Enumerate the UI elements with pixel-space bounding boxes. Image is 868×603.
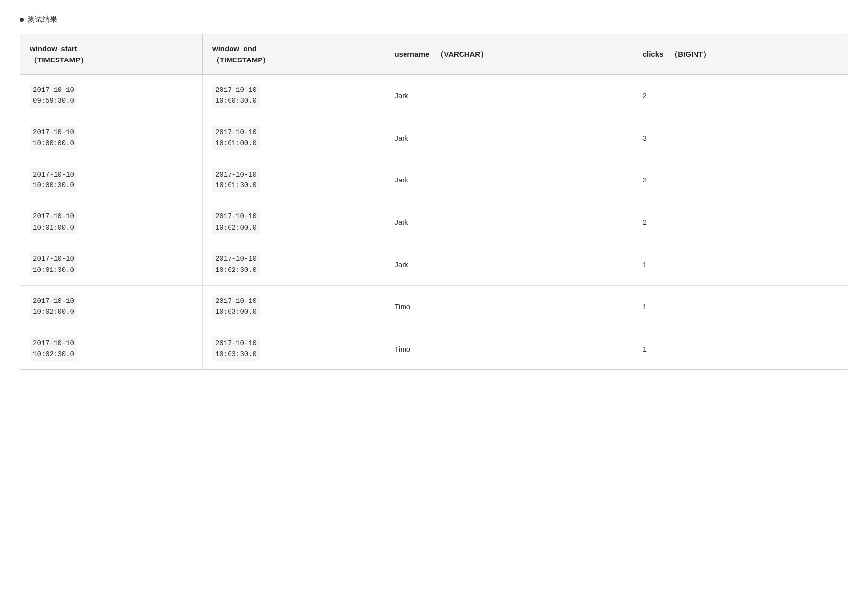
table-row: 2017-10-1010:02:00.02017-10-1010:03:00.0… (20, 285, 848, 328)
bullet-icon (20, 18, 24, 22)
cell-username: Jark (384, 201, 633, 243)
results-table-wrapper: window_start（TIMESTAMP） window_end（TIMES… (20, 34, 848, 370)
results-table: window_start（TIMESTAMP） window_end（TIMES… (20, 34, 848, 369)
cell-username: Timo (384, 328, 633, 369)
cell-window-end: 2017-10-1010:01:00.0 (202, 117, 384, 159)
cell-username: Jark (384, 159, 633, 201)
cell-username: Timo (384, 285, 633, 328)
table-header-row: window_start（TIMESTAMP） window_end（TIMES… (20, 34, 848, 75)
col-header-window-start: window_start（TIMESTAMP） (20, 34, 202, 75)
cell-username: Jark (384, 117, 633, 159)
table-row: 2017-10-1010:00:30.02017-10-1010:01:30.0… (20, 159, 848, 201)
cell-clicks: 1 (633, 285, 848, 328)
cell-username: Jark (384, 75, 633, 117)
cell-window-start: 2017-10-1010:02:00.0 (20, 285, 202, 328)
cell-clicks: 2 (633, 75, 848, 117)
cell-window-end: 2017-10-1010:02:00.0 (202, 201, 384, 243)
table-row: 2017-10-1009:59:30.02017-10-1010:00:30.0… (20, 75, 848, 117)
cell-clicks: 2 (633, 201, 848, 243)
cell-window-start: 2017-10-1010:02:30.0 (20, 328, 202, 369)
cell-window-end: 2017-10-1010:02:30.0 (202, 243, 384, 286)
col-header-window-end: window_end（TIMESTAMP） (202, 34, 384, 75)
table-row: 2017-10-1010:01:00.02017-10-1010:02:00.0… (20, 201, 848, 243)
section-title-text: 测试结果 (28, 15, 57, 24)
cell-window-end: 2017-10-1010:03:30.0 (202, 328, 384, 369)
cell-clicks: 1 (633, 328, 848, 369)
col-header-username: username （VARCHAR） (384, 34, 633, 75)
table-row: 2017-10-1010:02:30.02017-10-1010:03:30.0… (20, 328, 848, 369)
table-row: 2017-10-1010:01:30.02017-10-1010:02:30.0… (20, 243, 848, 286)
cell-username: Jark (384, 243, 633, 286)
cell-window-end: 2017-10-1010:00:30.0 (202, 75, 384, 117)
cell-clicks: 3 (633, 117, 848, 159)
cell-window-end: 2017-10-1010:03:00.0 (202, 285, 384, 328)
cell-window-start: 2017-10-1010:00:30.0 (20, 159, 202, 201)
col-header-clicks: clicks （BIGINT） (633, 34, 848, 75)
cell-clicks: 1 (633, 243, 848, 286)
cell-window-start: 2017-10-1010:01:00.0 (20, 201, 202, 243)
cell-window-start: 2017-10-1010:00:00.0 (20, 117, 202, 159)
section-title: 测试结果 (20, 15, 848, 24)
cell-window-end: 2017-10-1010:01:30.0 (202, 159, 384, 201)
cell-clicks: 2 (633, 159, 848, 201)
table-row: 2017-10-1010:00:00.02017-10-1010:01:00.0… (20, 117, 848, 159)
cell-window-start: 2017-10-1009:59:30.0 (20, 75, 202, 117)
cell-window-start: 2017-10-1010:01:30.0 (20, 243, 202, 286)
